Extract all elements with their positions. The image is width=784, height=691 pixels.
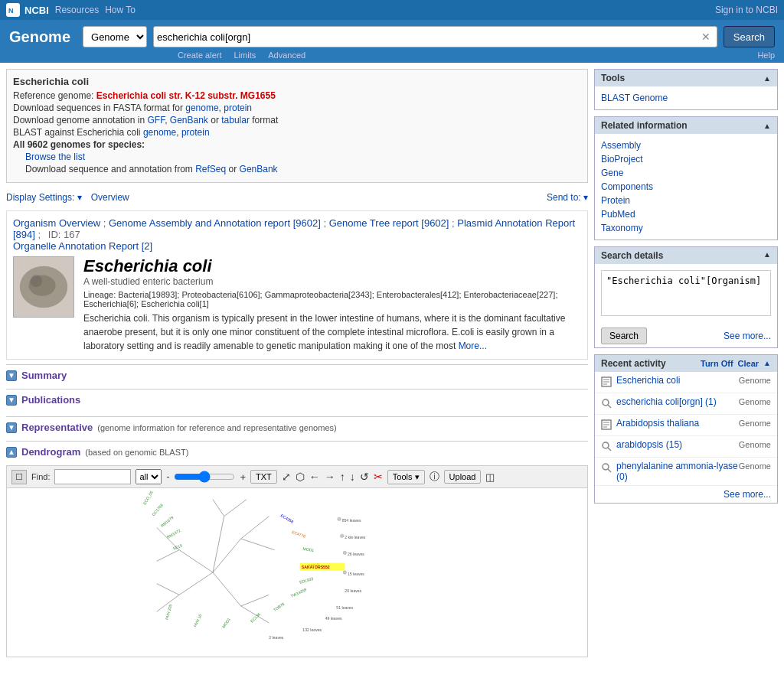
genbank2-link[interactable]: GenBank: [240, 164, 278, 174]
summary-section-header[interactable]: ▼ Summary: [6, 364, 588, 386]
dendo-icon4[interactable]: →: [325, 471, 335, 483]
svg-text:N: N: [8, 7, 14, 15]
clear-activity-link[interactable]: Clear: [738, 359, 760, 368]
summary-toggle[interactable]: ▼: [6, 370, 17, 381]
dendrogram-toggle[interactable]: ▲: [6, 447, 17, 458]
turn-off-link[interactable]: Turn Off: [701, 359, 733, 368]
activity-name-0[interactable]: Escherichia coli: [616, 375, 680, 386]
representative-section-header[interactable]: ▼ Representative (genome information for…: [6, 416, 588, 438]
svg-text:TW14359: TW14359: [290, 587, 308, 598]
recent-see-more-link[interactable]: See more...: [724, 489, 771, 500]
dendo-txt-btn[interactable]: TXT: [250, 470, 277, 484]
dendo-icon3[interactable]: ←: [309, 471, 320, 483]
search-details-search-button[interactable]: Search: [601, 328, 647, 344]
svg-text:EC4358: EC4358: [280, 513, 295, 524]
dendo-icon8[interactable]: ✂: [374, 471, 383, 483]
related-scroll-up[interactable]: ▲: [763, 122, 771, 130]
overview-link[interactable]: Overview: [91, 192, 129, 203]
clear-search-button[interactable]: ✕: [698, 31, 714, 43]
help-link[interactable]: Help: [757, 51, 775, 60]
activity-db-4: Genome: [739, 461, 771, 471]
sign-in-link[interactable]: Sign in to NCBI: [715, 5, 778, 15]
dendo-mode-select[interactable]: all: [136, 469, 162, 484]
content-area: Escherichia coli Reference genome: Esche…: [6, 69, 588, 657]
activity-name-4[interactable]: phenylalanine ammonia-lyase (0): [616, 461, 739, 482]
gene-link[interactable]: Gene: [601, 166, 771, 180]
publications-toggle[interactable]: ▼: [6, 395, 17, 406]
protein-link[interactable]: Protein: [601, 194, 771, 207]
blast-genome-tool-link[interactable]: BLAST Genome: [601, 91, 771, 105]
assembly-link[interactable]: Assembly: [601, 139, 771, 152]
dendo-slider[interactable]: [174, 469, 235, 484]
dendo-icon1[interactable]: ⤢: [282, 471, 291, 483]
id-label: ID: 167: [48, 229, 80, 240]
dendo-icon6[interactable]: ↓: [350, 471, 355, 483]
main-layout: Escherichia coli Reference genome: Esche…: [0, 63, 784, 663]
send-to-dropdown[interactable]: Send to: ▾: [547, 192, 588, 203]
activity-item-2: Arabidopsis thaliana Genome: [595, 415, 777, 436]
display-settings-dropdown[interactable]: Display Settings: ▾: [6, 192, 82, 203]
svg-line-57: [608, 405, 611, 408]
organelle-annotation-link[interactable]: Organelle Annotation Report [2]: [13, 240, 152, 252]
recent-scroll-up[interactable]: ▲: [763, 359, 771, 368]
publications-section-header[interactable]: ▼ Publications: [6, 389, 588, 410]
dl-gff-link[interactable]: GFF: [147, 115, 165, 125]
search-details-see-more-link[interactable]: See more...: [724, 331, 771, 341]
svg-line-18: [213, 517, 224, 572]
svg-point-5: [30, 275, 42, 287]
dl-genome-link[interactable]: genome: [185, 103, 218, 113]
genome-tree-link[interactable]: Genome Tree report [9602]: [329, 217, 449, 229]
activity-name-1[interactable]: escherichia coli[orgn] (1): [616, 396, 717, 407]
dendo-last-icon[interactable]: ◫: [485, 471, 495, 483]
blast-genome-link[interactable]: genome: [143, 127, 176, 138]
activity-name-3[interactable]: arabidopsis (15): [616, 439, 682, 450]
related-info-section: Related information ▲ Assembly BioProjec…: [594, 116, 778, 240]
activity-name-2[interactable]: Arabidopsis thaliana: [616, 418, 699, 429]
dendrogram-section-header[interactable]: ▲ Dendrogram (based on genomic BLAST): [6, 441, 588, 462]
dl-genbank-link[interactable]: GenBank: [170, 115, 208, 125]
limits-link[interactable]: Limits: [234, 51, 256, 60]
advanced-link[interactable]: Advanced: [268, 51, 305, 60]
tools-scroll-up[interactable]: ▲: [763, 74, 771, 83]
dendo-icon7[interactable]: ↺: [360, 471, 369, 483]
activity-content-2: Arabidopsis thaliana Genome: [616, 418, 771, 429]
browse-list-link[interactable]: Browse the list: [25, 152, 85, 162]
how-to-menu[interactable]: How To: [105, 5, 136, 15]
dendo-icon5[interactable]: ↑: [340, 471, 345, 483]
info-box: Escherichia coli Reference genome: Esche…: [6, 69, 588, 183]
ref-genome-link[interactable]: Escherichia coli str. K-12 substr. MG165…: [96, 90, 276, 101]
organism-overview-link[interactable]: Organism Overview: [13, 217, 100, 229]
dendo-icon2[interactable]: ⬡: [296, 471, 305, 483]
search-query-textarea[interactable]: "Escherichia coli"[Organism]: [601, 270, 771, 316]
dl-refseq-line: Download sequence and annotation from Re…: [25, 164, 581, 174]
components-link[interactable]: Components: [601, 180, 771, 194]
dendo-plus-btn[interactable]: ☐: [11, 470, 27, 484]
dendo-upload-btn[interactable]: Upload: [444, 470, 482, 484]
svg-text:MOD1: MOD1: [221, 617, 231, 629]
bioproject-link[interactable]: BioProject: [601, 152, 771, 166]
search-input[interactable]: [157, 31, 698, 43]
top-bar-left: N NCBI Resources How To: [6, 3, 136, 17]
dendo-find-input[interactable]: [54, 469, 131, 484]
search-button[interactable]: Search: [724, 26, 775, 47]
dl-protein-link[interactable]: protein: [224, 103, 252, 113]
activity-content-0: Escherichia coli Genome: [616, 375, 771, 386]
dendo-plus[interactable]: +: [240, 471, 246, 483]
pubmed-link[interactable]: PubMed: [601, 207, 771, 221]
more-link[interactable]: More...: [459, 341, 487, 351]
representative-toggle[interactable]: ▼: [6, 422, 17, 433]
blast-protein-link[interactable]: protein: [181, 127, 210, 138]
dl-seq-line: Download sequences in FASTA format for g…: [13, 103, 581, 113]
recent-activity-header: Recent activity Turn Off Clear ▲: [595, 355, 777, 372]
dl-tabular-link[interactable]: tabular: [221, 115, 250, 125]
svg-line-63: [608, 448, 611, 451]
refseq-link[interactable]: RefSeq: [195, 164, 226, 174]
database-select[interactable]: Genome: [83, 26, 147, 47]
dendo-tools-btn[interactable]: Tools ▾: [387, 470, 425, 484]
search-details-scroll-up[interactable]: ▲: [763, 250, 771, 261]
organism-name: Escherichia coli: [83, 256, 581, 276]
genome-assembly-link[interactable]: Genome Assembly and Annotation report [9…: [109, 217, 321, 229]
taxonomy-link[interactable]: Taxonomy: [601, 221, 771, 235]
resources-menu[interactable]: Resources: [55, 5, 99, 15]
create-alert-link[interactable]: Create alert: [178, 51, 221, 60]
